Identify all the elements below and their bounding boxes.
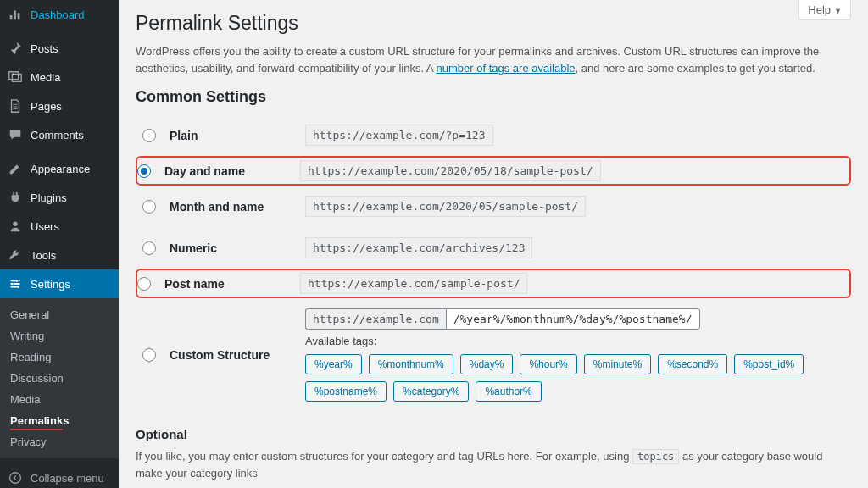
page-title: Permalink Settings [136,12,851,35]
sidebar-item-comments[interactable]: Comments [0,120,119,149]
option-value: https://example.comAvailable tags:%year%… [305,308,844,402]
pin-icon [7,40,24,57]
svg-point-3 [11,283,14,286]
submenu-item-general[interactable]: General [0,304,119,325]
optional-heading: Optional [136,427,851,441]
settings-submenu: General Writing Reading Discussion Media… [0,298,119,458]
sidebar-item-label: Dashboard [31,8,85,21]
option-label: Custom Structure [170,348,297,362]
comments-icon [7,126,24,143]
permalink-option-post-name: Post namehttps://example.com/sample-post… [136,269,851,298]
intro-text: WordPress offers you the ability to crea… [136,43,851,76]
permalink-radio[interactable] [142,348,156,362]
sidebar-item-users[interactable]: Users [0,212,119,241]
tag-button[interactable]: %day% [460,354,514,374]
svg-point-1 [13,222,17,226]
plugins-icon [7,189,24,206]
custom-structure-input[interactable] [446,308,700,330]
submenu-item-writing[interactable]: Writing [0,325,119,347]
permalink-radio[interactable] [137,164,151,178]
media-icon [7,69,24,86]
permalink-option-numeric: Numerichttps://example.com/archives/123 [136,227,851,269]
option-example-url: https://example.com/archives/123 [305,237,532,258]
tag-button[interactable]: %author% [476,381,541,402]
sidebar-item-label: Posts [31,42,58,55]
permalink-radio[interactable] [137,277,151,291]
sidebar-item-label: Comments [31,129,84,141]
submenu-item-media[interactable]: Media [0,389,119,410]
sidebar-item-appearance[interactable]: Appearance [0,153,119,183]
option-example-url: https://example.com/2020/05/18/sample-po… [300,160,601,181]
option-label: Post name [164,277,292,291]
svg-point-2 [15,280,18,282]
option-label: Day and name [164,164,292,178]
option-label: Numeric [170,241,297,255]
optional-desc: If you like, you may enter custom struct… [136,448,851,481]
permalink-option-custom-structure: Custom Structurehttps://example.comAvail… [136,298,851,412]
pages-icon [7,97,24,114]
sidebar-item-tools[interactable]: Tools [0,241,119,269]
collapse-label: Collapse menu [31,472,104,485]
tag-button[interactable]: %year% [305,354,362,374]
tags-link[interactable]: number of tags are available [437,62,576,75]
permalink-option-plain: Plainhttps://example.com/?p=123 [136,114,851,156]
sidebar-item-plugins[interactable]: Plugins [0,183,119,212]
help-tab[interactable]: Help▼ [798,0,851,20]
option-value: https://example.com/?p=123 [305,125,844,146]
submenu-item-reading[interactable]: Reading [0,347,119,368]
dashboard-icon [7,6,24,23]
inline-code-topics: topics [632,449,679,464]
svg-point-0 [12,73,14,75]
users-icon [7,218,24,235]
tools-icon [7,247,24,263]
option-value: https://example.com/2020/05/sample-post/ [305,196,844,217]
sidebar-item-media[interactable]: Media [0,63,119,92]
sidebar-item-label: Media [31,71,60,84]
settings-icon [7,275,24,292]
tag-button[interactable]: %second% [658,354,727,374]
submenu-item-privacy[interactable]: Privacy [0,431,119,452]
available-tags-label: Available tags: [305,335,844,347]
chevron-down-icon: ▼ [834,7,842,15]
option-value: https://example.com/sample-post/ [300,273,846,294]
submenu-item-discussion[interactable]: Discussion [0,368,119,389]
submenu-item-permalinks[interactable]: Permalinks [0,410,119,431]
permalink-radio[interactable] [142,241,156,255]
permalink-option-month-and-name: Month and namehttps://example.com/2020/0… [136,186,851,227]
main-content: Help▼ Permalink Settings WordPress offer… [119,0,868,488]
custom-structure-prefix: https://example.com [305,308,446,330]
sidebar-item-label: Users [31,220,59,233]
tag-button[interactable]: %post_id% [734,354,804,374]
sidebar-item-dashboard[interactable]: Dashboard [0,0,119,29]
admin-sidebar: Dashboard Posts Media Pages Comments App… [0,0,119,488]
option-value: https://example.com/archives/123 [305,237,844,258]
sidebar-item-posts[interactable]: Posts [0,33,119,63]
tag-button[interactable]: %category% [393,381,469,402]
svg-point-5 [10,473,21,484]
sidebar-item-label: Settings [31,278,70,291]
tag-button[interactable]: %hour% [520,354,576,374]
sidebar-item-label: Pages [31,100,62,113]
sidebar-item-pages[interactable]: Pages [0,92,119,120]
option-label: Plain [170,129,297,142]
option-example-url: https://example.com/sample-post/ [300,273,527,294]
svg-point-4 [17,286,19,288]
option-label: Month and name [170,200,297,214]
permalink-radio[interactable] [142,129,156,142]
help-label: Help [808,3,831,16]
collapse-menu-button[interactable]: Collapse menu [0,463,119,488]
available-tags: %year%%monthnum%%day%%hour%%minute%%seco… [305,354,844,402]
option-value: https://example.com/2020/05/18/sample-po… [300,160,846,181]
collapse-icon [7,469,24,486]
common-settings-heading: Common Settings [136,88,851,106]
appearance-icon [7,160,24,177]
sidebar-item-settings[interactable]: Settings [0,269,119,298]
option-example-url: https://example.com/2020/05/sample-post/ [305,196,586,217]
tag-button[interactable]: %postname% [305,381,387,402]
option-example-url: https://example.com/?p=123 [305,125,493,146]
sidebar-item-label: Plugins [31,191,67,204]
permalink-radio[interactable] [142,200,156,214]
tag-button[interactable]: %minute% [584,354,651,374]
tag-button[interactable]: %monthnum% [369,354,453,374]
permalink-option-day-and-name: Day and namehttps://example.com/2020/05/… [136,156,851,186]
